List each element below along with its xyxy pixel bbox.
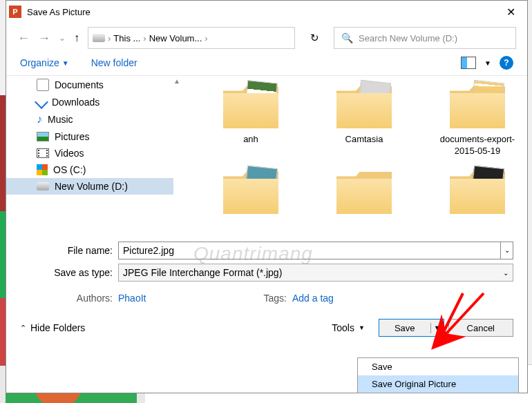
dropdown-item-save[interactable]: Save <box>358 358 518 375</box>
hide-folders-button[interactable]: ⌃ Hide Folders <box>20 322 85 333</box>
filename-dropdown-icon[interactable]: ⌄ <box>501 242 513 259</box>
dialog-title: Save As Picture <box>27 7 497 17</box>
back-icon[interactable]: ← <box>17 31 30 46</box>
tools-button[interactable]: Tools ▼ <box>332 322 365 333</box>
form-area: File name: ⌄ Save as type: JPEG File Int… <box>6 236 527 288</box>
videos-icon <box>37 148 49 158</box>
search-icon: 🔍 <box>341 32 353 43</box>
tags-label: Tags: <box>263 293 292 304</box>
titlebar: P Save As Picture ✕ <box>6 1 527 23</box>
breadcrumb-segment[interactable]: New Volum... <box>149 33 202 43</box>
sidebar: Documents Downloads ♪Music Pictures Vide… <box>6 76 182 236</box>
save-dropdown-menu: Save Save Original Picture <box>357 357 519 393</box>
filename-input[interactable] <box>118 242 501 259</box>
view-mode-icon[interactable] <box>461 57 476 69</box>
chevron-down-icon: ⌄ <box>503 269 509 277</box>
close-button[interactable]: ✕ <box>497 2 524 21</box>
folder-icon <box>223 84 278 128</box>
up-icon[interactable]: ↑ <box>74 32 79 44</box>
chevron-right-icon[interactable]: › <box>108 33 111 43</box>
tags-value[interactable]: Add a tag <box>292 293 334 304</box>
search-placeholder: Search New Volume (D:) <box>359 33 457 43</box>
chevron-down-icon[interactable]: ▼ <box>484 59 491 67</box>
folder-icon <box>336 84 392 128</box>
authors-value[interactable]: PhaoIt <box>118 293 146 304</box>
chevron-right-icon[interactable]: › <box>205 33 207 43</box>
cancel-button[interactable]: Cancel <box>448 319 513 337</box>
sidebar-item-music[interactable]: ♪Music <box>6 110 181 128</box>
content-area: Documents Downloads ♪Music Pictures Vide… <box>6 76 527 236</box>
forward-icon[interactable]: → <box>38 31 50 46</box>
folder-pane[interactable]: anh Camtasia documents-export-2015-05-19 <box>182 76 527 236</box>
authors-label: Authors: <box>20 293 118 304</box>
documents-icon <box>37 79 49 91</box>
save-button[interactable]: Save ▼ <box>379 319 444 337</box>
folder-item[interactable] <box>209 170 292 219</box>
music-icon: ♪ <box>37 113 42 126</box>
filename-label: File name: <box>20 245 118 256</box>
dropdown-item-save-original[interactable]: Save Original Picture <box>358 375 518 393</box>
drive-icon <box>93 34 105 42</box>
powerpoint-icon: P <box>9 6 21 18</box>
downloads-icon <box>35 95 48 109</box>
button-bar: ⌃ Hide Folders Tools ▼ Save ▼ Cancel <box>6 308 527 346</box>
sidebar-item-downloads[interactable]: Downloads <box>6 94 181 110</box>
chevron-up-icon: ⌃ <box>20 324 26 333</box>
chevron-right-icon[interactable]: › <box>143 33 146 43</box>
folder-icon <box>336 170 392 214</box>
sidebar-item-os-c[interactable]: OS (C:) <box>6 161 181 178</box>
search-input[interactable]: 🔍 Search New Volume (D:) <box>334 27 516 49</box>
new-folder-button[interactable]: New folder <box>91 57 137 68</box>
windows-drive-icon <box>37 164 48 175</box>
folder-item[interactable]: documents-export-2015-05-19 <box>436 84 519 157</box>
pictures-icon <box>37 132 49 141</box>
refresh-button[interactable]: ↻ <box>303 27 325 49</box>
save-dropdown-toggle[interactable]: ▼ <box>431 324 444 331</box>
chevron-down-icon: ▼ <box>359 324 365 331</box>
folder-item[interactable] <box>436 170 519 219</box>
scrollbar[interactable] <box>173 76 182 236</box>
filetype-label: Save as type: <box>20 267 118 278</box>
folder-item[interactable]: Camtasia <box>323 84 406 157</box>
chevron-down-icon: ▼ <box>62 59 69 67</box>
chevron-down-icon: ▼ <box>434 324 440 331</box>
breadcrumb[interactable]: › This ... › New Volum... › <box>88 27 295 49</box>
sidebar-item-new-volume-d[interactable]: New Volume (D:) <box>6 178 181 195</box>
drive-icon <box>37 182 49 190</box>
folder-item[interactable] <box>323 170 406 219</box>
help-icon[interactable]: ? <box>500 56 513 70</box>
sidebar-item-documents[interactable]: Documents <box>6 76 181 94</box>
toolbar: Organize ▼ New folder ▼ ? <box>6 53 527 76</box>
breadcrumb-segment[interactable]: This ... <box>113 33 140 43</box>
sidebar-item-pictures[interactable]: Pictures <box>6 128 181 145</box>
organize-button[interactable]: Organize ▼ <box>20 57 69 68</box>
folder-item[interactable]: anh <box>209 84 292 157</box>
history-dropdown-icon[interactable]: ⌄ <box>59 33 66 43</box>
nav-bar: ← → ⌄ ↑ › This ... › New Volum... › ↻ 🔍 … <box>6 23 527 53</box>
sidebar-item-videos[interactable]: Videos <box>6 145 181 161</box>
save-as-dialog: P Save As Picture ✕ ← → ⌄ ↑ › This ... ›… <box>6 0 528 393</box>
folder-icon <box>450 170 505 214</box>
filetype-select[interactable]: JPEG File Interchange Format (*.jpg) ⌄ <box>118 264 513 282</box>
folder-icon <box>450 84 505 128</box>
folder-icon <box>223 170 278 214</box>
